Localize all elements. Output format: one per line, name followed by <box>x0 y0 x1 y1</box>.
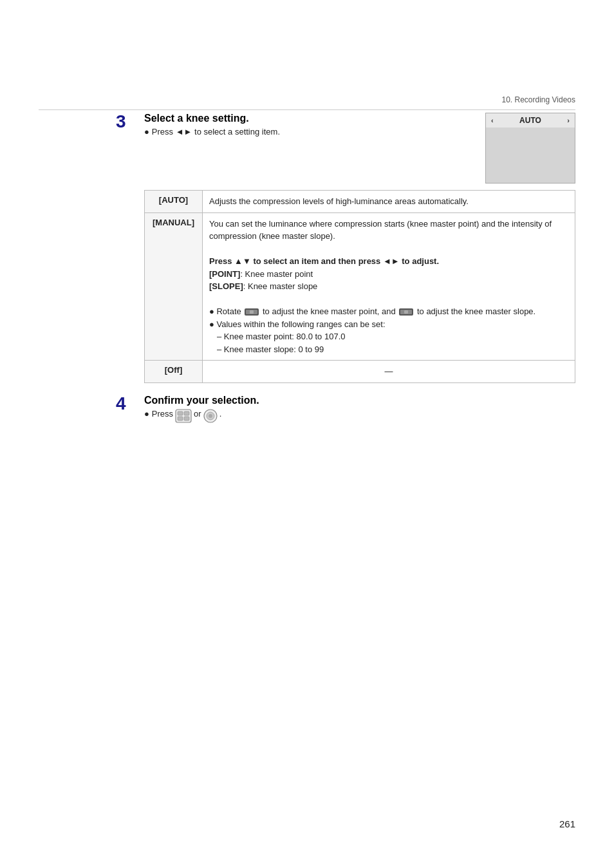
settings-table: [AUTO] Adjusts the compression levels of… <box>144 190 575 383</box>
table-desc-auto: Adjusts the compression levels of high-l… <box>203 191 575 213</box>
manual-desc-line1: You can set the luminance where compress… <box>209 218 568 243</box>
step-3-left: Select a knee setting. ● Press ◄► to sel… <box>144 113 475 184</box>
table-row-off: [Off] — <box>145 361 575 383</box>
preview-left-arrow[interactable]: ‹ <box>491 117 494 124</box>
manual-rotate-line: ● Rotate to adjust the knee master point… <box>209 305 568 318</box>
table-desc-manual: You can set the luminance where compress… <box>203 212 575 361</box>
step-4-or-text: or <box>194 409 201 419</box>
step-4-body: Confirm your selection. ● Press or <box>144 395 575 424</box>
joystick-icon <box>203 409 218 423</box>
manual-point-range: – Knee master point: 80.0 to 107.0 <box>209 330 568 343</box>
svg-rect-7 <box>178 411 183 415</box>
manual-bold-line: Press ▲▼ to select an item and then pres… <box>209 255 568 268</box>
svg-rect-9 <box>178 417 183 420</box>
step-4-period: . <box>219 409 222 419</box>
page-content: 3 Select a knee setting. ● Press ◄► to s… <box>116 113 575 436</box>
step-3-body: Select a knee setting. ● Press ◄► to sel… <box>144 113 575 383</box>
step-4-title: Confirm your selection. <box>144 395 575 406</box>
table-label-manual: [MANUAL] <box>145 212 203 361</box>
manual-slope-line: [SLOPE]: Knee master slope <box>209 280 568 293</box>
page-number: 261 <box>559 818 575 829</box>
camera-preview-top: ‹ AUTO › <box>486 113 575 127</box>
manual-slope-range: – Knee master slope: 0 to 99 <box>209 343 568 356</box>
camera-preview-box: ‹ AUTO › <box>485 113 575 184</box>
preview-label: AUTO <box>519 116 541 125</box>
dial-icon-1 <box>245 307 259 317</box>
step-4-subtitle: ● Press or . <box>144 409 575 423</box>
step-3-subtitle: ● Press ◄► to select a setting item. <box>144 127 475 137</box>
table-row-manual: [MANUAL] You can set the luminance where… <box>145 212 575 361</box>
table-row-auto: [AUTO] Adjusts the compression levels of… <box>145 191 575 213</box>
camera-preview-image <box>486 127 575 183</box>
preview-right-arrow[interactable]: › <box>567 117 570 124</box>
step-3-title: Select a knee setting. <box>144 113 475 124</box>
svg-rect-10 <box>184 417 189 420</box>
chapter-header: 10. Recording Videos <box>501 95 575 104</box>
step-3-number: 3 <box>116 113 139 131</box>
step-4-press-text: Press <box>152 409 173 419</box>
manual-point-line: [POINT]: Knee master point <box>209 268 568 281</box>
svg-rect-5 <box>404 310 408 314</box>
table-label-off: [Off] <box>145 361 203 383</box>
table-desc-off: — <box>203 361 575 383</box>
svg-rect-8 <box>184 411 189 415</box>
svg-rect-2 <box>250 310 254 314</box>
dial-icon-2 <box>399 307 413 317</box>
step-3-preview: ‹ AUTO › <box>485 113 575 184</box>
manual-values-line: ● Values within the following ranges can… <box>209 318 568 331</box>
step-3-block: 3 Select a knee setting. ● Press ◄► to s… <box>116 113 575 383</box>
step-4-block: 4 Confirm your selection. ● Press or <box>116 395 575 424</box>
menu-button-icon <box>175 409 192 423</box>
chapter-title: 10. Recording Videos <box>501 95 575 104</box>
svg-point-13 <box>209 414 212 418</box>
table-label-auto: [AUTO] <box>145 191 203 213</box>
step-4-number: 4 <box>116 395 139 413</box>
